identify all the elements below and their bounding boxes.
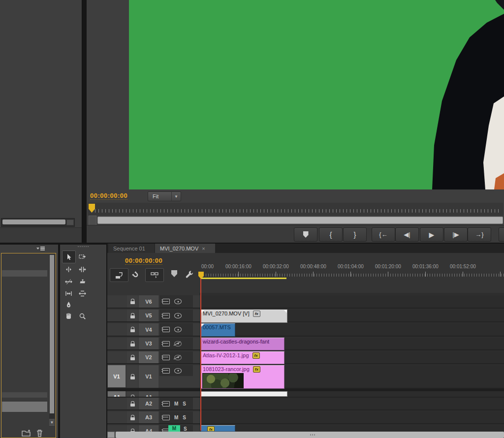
- selection-tool[interactable]: [62, 250, 76, 263]
- clip-atlas-jpg[interactable]: Atlas-IV-2012-1.jpg fx: [201, 351, 284, 364]
- track-name[interactable]: V2: [139, 351, 158, 363]
- work-area-bar[interactable]: [201, 278, 286, 279]
- scroll-down-button[interactable]: ▼: [49, 419, 55, 426]
- clip-wizard-castles[interactable]: wizard-castles-dragons-fant: [201, 338, 284, 350]
- new-bin-icon[interactable]: [22, 429, 32, 438]
- source-patch-a1[interactable]: A1: [108, 391, 126, 398]
- clip-mvi-0270[interactable]: MVI_0270.MOV [V] fx: [201, 310, 287, 323]
- timeline-settings-wrench-icon[interactable]: [184, 269, 194, 280]
- track-output-eye-off-icon[interactable]: [174, 341, 182, 346]
- timeline-horizontal-scrollbar[interactable]: [107, 432, 504, 438]
- track-name[interactable]: V1: [139, 365, 158, 388]
- track-output-eye-icon[interactable]: [174, 327, 182, 332]
- close-icon[interactable]: ×: [202, 246, 205, 251]
- display-style-icon[interactable]: [162, 327, 170, 332]
- source-patch-v1[interactable]: V1: [108, 365, 126, 387]
- trash-icon[interactable]: [36, 429, 43, 438]
- solo-button[interactable]: S: [183, 401, 186, 407]
- track-name[interactable]: A4: [139, 425, 158, 432]
- program-timecode[interactable]: 00:00:00:00: [90, 192, 127, 200]
- pen-tool[interactable]: [62, 299, 75, 311]
- display-style-icon[interactable]: [162, 368, 170, 374]
- zoom-scrollbar-handle[interactable]: [89, 216, 96, 225]
- zoom-tool[interactable]: [76, 310, 89, 322]
- display-style-icon[interactable]: [162, 355, 170, 360]
- lock-icon[interactable]: [130, 327, 135, 332]
- track-name[interactable]: V4: [139, 323, 158, 336]
- display-style-icon[interactable]: [162, 415, 170, 420]
- add-marker-icon[interactable]: [171, 270, 177, 277]
- playhead-line[interactable]: [200, 272, 201, 431]
- solo-button[interactable]: S: [183, 415, 186, 420]
- slide-tool[interactable]: [76, 287, 89, 299]
- mute-button[interactable]: M: [174, 415, 178, 420]
- track-name[interactable]: V3: [139, 338, 158, 349]
- step-forward-button[interactable]: |▶: [444, 227, 468, 242]
- go-to-out-button[interactable]: →}: [468, 227, 491, 242]
- extra-transport-button[interactable]: [499, 227, 504, 242]
- panel-menu-icon[interactable]: [36, 246, 45, 251]
- display-style-icon[interactable]: [162, 401, 170, 407]
- lock-icon[interactable]: [130, 299, 135, 304]
- add-marker-button[interactable]: [294, 227, 317, 242]
- solo-button[interactable]: S: [184, 426, 187, 432]
- track-name[interactable]: A1: [139, 391, 158, 398]
- list-item[interactable]: [2, 270, 47, 277]
- lock-icon[interactable]: [130, 341, 135, 346]
- play-button[interactable]: ▶: [420, 227, 443, 242]
- track-output-eye-off-icon[interactable]: [174, 355, 182, 360]
- scrollbar-button[interactable]: [66, 219, 74, 225]
- clip-00057-mts[interactable]: 00057.MTS: [201, 323, 235, 337]
- razor-tool[interactable]: [76, 276, 89, 287]
- track-name[interactable]: V5: [139, 310, 158, 321]
- ripple-edit-tool[interactable]: [62, 263, 75, 275]
- rolling-edit-tool[interactable]: [76, 263, 89, 275]
- track-select-tool[interactable]: [76, 250, 89, 262]
- source-horizontal-scrollbar[interactable]: [1, 218, 75, 227]
- track-name[interactable]: A3: [139, 411, 158, 423]
- list-item[interactable]: [2, 392, 47, 398]
- track-output-eye-icon[interactable]: [174, 368, 182, 374]
- linked-selection-button[interactable]: [145, 268, 164, 282]
- list-item-selected[interactable]: [2, 402, 47, 412]
- clip-audio-a1[interactable]: [201, 391, 287, 397]
- program-mini-ruler[interactable]: [88, 203, 503, 216]
- scrollbar-left-handle[interactable]: [107, 432, 115, 438]
- timeline-timecode[interactable]: 00:00:00:00: [125, 257, 162, 265]
- mute-button[interactable]: M: [174, 401, 178, 407]
- zoom-level-dropdown[interactable]: Fit ▼: [148, 191, 181, 201]
- mark-in-button[interactable]: {: [319, 227, 343, 242]
- display-style-icon[interactable]: [162, 341, 170, 346]
- mark-out-button[interactable]: }: [343, 227, 367, 242]
- zoom-scrollbar[interactable]: [97, 217, 503, 224]
- mute-button-active[interactable]: M: [168, 425, 180, 432]
- go-to-in-button[interactable]: {←: [372, 227, 395, 242]
- nest-toggle-button[interactable]: [110, 268, 128, 282]
- tab-sequence-01[interactable]: Sequence 01: [108, 244, 155, 253]
- tab-mvi-0270[interactable]: MVI_0270.MOV ×: [155, 244, 215, 253]
- rate-stretch-tool[interactable]: [62, 276, 75, 287]
- scrollbar-thumb[interactable]: [116, 432, 504, 438]
- track-name[interactable]: A2: [139, 398, 158, 409]
- lock-icon[interactable]: [130, 355, 135, 360]
- lock-icon[interactable]: [130, 401, 135, 407]
- track-name[interactable]: V6: [139, 295, 158, 308]
- track-output-eye-icon[interactable]: [174, 299, 182, 304]
- lock-icon[interactable]: [130, 313, 135, 318]
- display-style-icon[interactable]: [162, 299, 170, 304]
- slip-tool[interactable]: [62, 287, 75, 299]
- lock-icon[interactable]: [130, 415, 135, 420]
- scrollbar-thumb[interactable]: [2, 219, 65, 224]
- step-back-button[interactable]: ◀|: [395, 227, 419, 242]
- hand-tool[interactable]: [62, 310, 75, 322]
- clip-audio-a4[interactable]: fx: [201, 425, 235, 432]
- clip-rancor-jpg[interactable]: 1081023-rancor.jpg fx: [201, 365, 284, 389]
- project-list-area[interactable]: ▼: [1, 253, 56, 438]
- panel-grip[interactable]: [78, 246, 90, 247]
- project-vertical-scrollbar[interactable]: [49, 254, 55, 427]
- track-output-eye-icon[interactable]: [174, 313, 182, 318]
- display-style-icon[interactable]: [162, 313, 170, 318]
- scrollbar-thumb[interactable]: [50, 255, 54, 413]
- snap-icon[interactable]: [129, 269, 142, 281]
- lock-icon[interactable]: [130, 374, 135, 379]
